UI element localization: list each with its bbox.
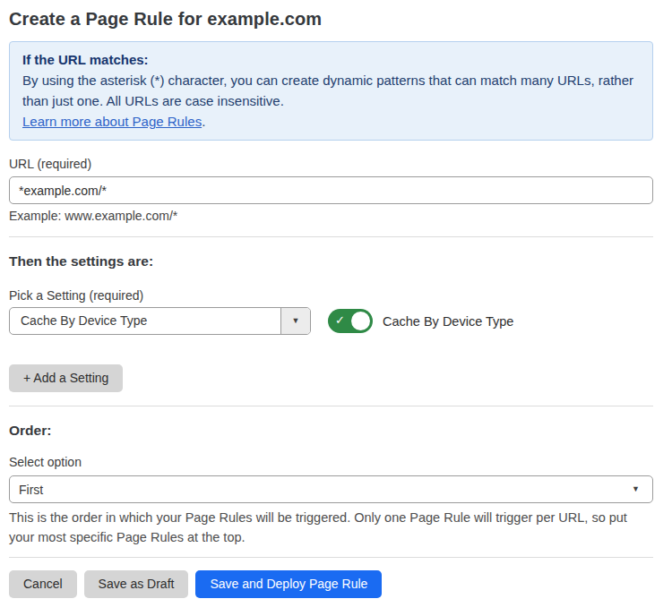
select-option-label: Select option [9,455,653,470]
url-example-text: Example: www.example.com/* [9,209,653,223]
divider [9,406,653,406]
chevron-down-icon: ▼ [292,317,300,325]
create-page-rule-form: Create a Page Rule for example.com If th… [0,0,672,616]
page-title: Create a Page Rule for example.com [9,7,653,30]
check-icon: ✓ [335,309,345,333]
url-label: URL (required) [9,157,653,172]
info-box-heading: If the URL matches: [22,49,640,70]
settings-section-heading: Then the settings are: [9,252,653,270]
divider [9,557,653,558]
setting-row: Cache By Device Type ▼ ✓ Cache By Device… [9,307,653,335]
order-section-heading: Order: [9,422,653,439]
toggle-label: Cache By Device Type [383,314,513,329]
info-box-body: By using the asterisk (*) character, you… [22,70,640,111]
url-input[interactable] [9,176,653,204]
pick-setting-label: Pick a Setting (required) [9,288,653,304]
toggle-knob [351,312,370,330]
setting-dropdown[interactable]: Cache By Device Type ▼ [9,307,311,335]
save-and-deploy-button[interactable]: Save and Deploy Page Rule [195,570,382,598]
divider [9,236,653,237]
order-select[interactable]: First ▼ [9,475,653,503]
cancel-button[interactable]: Cancel [9,570,77,598]
learn-more-page-rules-link[interactable]: Learn more about Page Rules [22,114,202,129]
chevron-down-icon: ▼ [632,485,640,493]
order-help-text: This is the order in which your Page Rul… [9,508,653,547]
setting-dropdown-value: Cache By Device Type [10,308,280,334]
setting-dropdown-caret-button[interactable]: ▼ [280,308,310,334]
url-match-info-box: If the URL matches: By using the asteris… [9,41,653,141]
add-setting-button[interactable]: + Add a Setting [9,364,123,392]
link-period: . [202,114,205,129]
save-as-draft-button[interactable]: Save as Draft [84,570,189,598]
info-link-line: Learn more about Page Rules. [22,111,640,132]
cache-by-device-type-toggle[interactable]: ✓ [328,309,373,333]
footer-actions: Cancel Save as Draft Save and Deploy Pag… [9,570,653,598]
order-select-value: First [19,483,43,497]
